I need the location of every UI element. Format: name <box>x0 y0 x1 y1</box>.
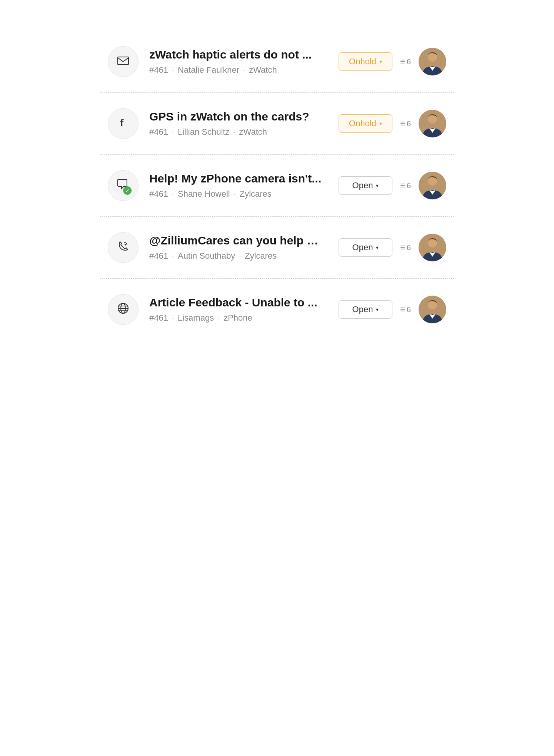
avatar[interactable] <box>419 296 446 323</box>
ticket-meta: #461 · Lillian Schultz · zWatch <box>149 127 328 137</box>
ticket-item[interactable]: @ZilliumCares can you help me... #461 · … <box>100 217 454 279</box>
priority-count: 6 <box>407 305 411 314</box>
chat-icon: ✓ <box>116 178 130 193</box>
ticket-product: Zylcares <box>240 189 272 199</box>
dropdown-arrow-icon: ▾ <box>379 120 382 127</box>
ticket-customer: Lillian Schultz <box>178 127 230 137</box>
avatar[interactable] <box>419 172 446 199</box>
ticket-content: zWatch haptic alerts do not ... #461 · N… <box>149 48 328 75</box>
status-button[interactable]: Onhold ▾ <box>339 114 392 133</box>
meta-separator-1: · <box>172 190 174 198</box>
ticket-item[interactable]: zWatch haptic alerts do not ... #461 · N… <box>100 31 454 93</box>
facebook-icon: f <box>116 115 130 132</box>
ticket-product: zWatch <box>249 65 277 75</box>
ticket-icon-wrapper <box>108 294 138 325</box>
priority-lines-icon: ≡ <box>400 57 405 67</box>
priority-lines-icon: ≡ <box>400 119 405 129</box>
status-label: Open <box>352 243 373 253</box>
ticket-meta: #461 · Shane Howell · Zylcares <box>149 189 328 199</box>
meta-separator-1: · <box>172 252 174 260</box>
svg-point-7 <box>428 115 437 123</box>
svg-point-3 <box>428 53 437 61</box>
ticket-list: zWatch haptic alerts do not ... #461 · N… <box>85 0 469 371</box>
svg-point-10 <box>428 177 437 185</box>
ticket-content: Help! My zPhone camera isn't... #461 · S… <box>149 172 328 199</box>
priority-count: 6 <box>407 57 411 66</box>
svg-point-13 <box>428 239 437 247</box>
chat-checkmark-badge: ✓ <box>123 186 132 195</box>
globe-icon <box>116 301 130 318</box>
meta-separator-2: · <box>234 190 236 198</box>
priority-count: 6 <box>407 181 411 190</box>
meta-separator-1: · <box>172 66 174 74</box>
ticket-actions: Open ▾ ≡ 6 <box>339 172 446 199</box>
ticket-customer: Shane Howell <box>178 189 230 199</box>
ticket-customer: Autin Southaby <box>178 251 235 261</box>
email-icon <box>116 54 130 70</box>
ticket-product: zWatch <box>239 127 267 137</box>
meta-separator-2: · <box>218 314 220 322</box>
status-label: Open <box>352 181 373 191</box>
ticket-customer: Lisamags <box>178 313 214 323</box>
ticket-number: #461 <box>149 313 168 323</box>
ticket-meta: #461 · Lisamags · zPhone <box>149 313 328 323</box>
ticket-actions: Onhold ▾ ≡ 6 <box>339 110 446 137</box>
ticket-number: #461 <box>149 189 168 199</box>
priority-count: 6 <box>407 119 411 128</box>
ticket-number: #461 <box>149 251 168 261</box>
ticket-actions: Open ▾ ≡ 6 <box>339 234 446 261</box>
svg-text:f: f <box>120 117 124 129</box>
priority-control[interactable]: ≡ 6 <box>400 304 411 314</box>
meta-separator-2: · <box>243 66 245 74</box>
ticket-actions: Onhold ▾ ≡ 6 <box>339 48 446 75</box>
ticket-title: @ZilliumCares can you help me... <box>149 234 328 247</box>
status-label: Onhold <box>349 119 376 129</box>
phone-icon <box>116 239 130 256</box>
ticket-icon-wrapper <box>108 46 138 77</box>
avatar[interactable] <box>419 110 446 137</box>
ticket-title: GPS in zWatch on the cards? <box>149 110 328 123</box>
ticket-product: zPhone <box>224 313 252 323</box>
avatar[interactable] <box>419 234 446 261</box>
priority-lines-icon: ≡ <box>400 304 405 314</box>
ticket-customer: Natalie Faulkner <box>178 65 239 75</box>
ticket-title: Help! My zPhone camera isn't... <box>149 172 328 185</box>
meta-separator-1: · <box>172 314 174 322</box>
ticket-content: Article Feedback - Unable to ... #461 · … <box>149 296 328 323</box>
svg-point-21 <box>428 301 437 309</box>
ticket-product: Zylcares <box>245 251 277 261</box>
status-button[interactable]: Open ▾ <box>339 300 392 319</box>
ticket-item[interactable]: Article Feedback - Unable to ... #461 · … <box>100 279 454 340</box>
ticket-meta: #461 · Autin Southaby · Zylcares <box>149 251 328 261</box>
status-label: Onhold <box>349 57 376 67</box>
ticket-title: Article Feedback - Unable to ... <box>149 296 328 309</box>
status-label: Open <box>352 304 373 314</box>
ticket-icon-wrapper: ✓ <box>108 170 138 201</box>
meta-separator-1: · <box>172 128 174 136</box>
ticket-title: zWatch haptic alerts do not ... <box>149 48 328 61</box>
ticket-number: #461 <box>149 127 168 137</box>
priority-control[interactable]: ≡ 6 <box>400 119 411 129</box>
priority-control[interactable]: ≡ 6 <box>400 57 411 67</box>
meta-separator-2: · <box>239 252 241 260</box>
priority-control[interactable]: ≡ 6 <box>400 243 411 253</box>
priority-control[interactable]: ≡ 6 <box>400 181 411 191</box>
ticket-item[interactable]: ✓ Help! My zPhone camera isn't... #461 ·… <box>100 155 454 217</box>
svg-rect-0 <box>118 57 128 65</box>
ticket-icon-wrapper <box>108 232 138 263</box>
dropdown-arrow-icon: ▾ <box>376 182 379 189</box>
dropdown-arrow-icon: ▾ <box>376 244 379 251</box>
dropdown-arrow-icon: ▾ <box>376 306 379 313</box>
avatar[interactable] <box>419 48 446 75</box>
priority-count: 6 <box>407 243 411 252</box>
ticket-item[interactable]: f GPS in zWatch on the cards? #461 · Lil… <box>100 93 454 155</box>
ticket-number: #461 <box>149 65 168 75</box>
status-button[interactable]: Open ▾ <box>339 238 392 257</box>
dropdown-arrow-icon: ▾ <box>379 59 382 65</box>
ticket-actions: Open ▾ ≡ 6 <box>339 296 446 323</box>
priority-lines-icon: ≡ <box>400 181 405 191</box>
ticket-content: @ZilliumCares can you help me... #461 · … <box>149 234 328 261</box>
priority-lines-icon: ≡ <box>400 243 405 253</box>
status-button[interactable]: Onhold ▾ <box>339 52 392 71</box>
status-button[interactable]: Open ▾ <box>339 176 392 195</box>
